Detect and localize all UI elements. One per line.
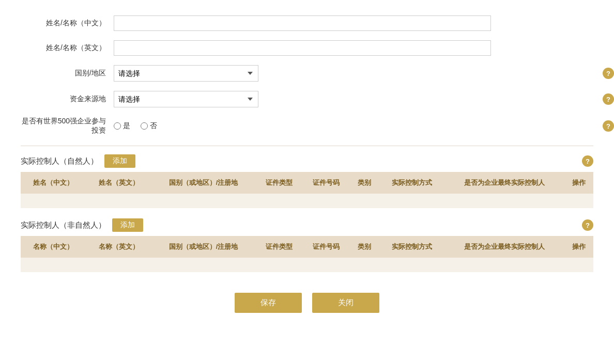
section1-empty-row <box>21 194 593 208</box>
section2-table: 名称（中文） 名称（英文） 国别（或地区）/注册地 证件类型 证件号码 类别 实… <box>21 236 593 272</box>
section1-help-icon[interactable]: ? <box>582 155 593 167</box>
col2-cert-type: 证件类型 <box>255 236 302 258</box>
col-name-en: 姓名（英文） <box>86 172 151 194</box>
col2-is-final: 是否为企业最终实际控制人 <box>444 236 564 258</box>
col2-name-en: 名称（英文） <box>86 236 151 258</box>
fortune500-yes-radio[interactable] <box>114 122 121 130</box>
col-is-final: 是否为企业最终实际控制人 <box>444 172 564 194</box>
save-button[interactable]: 保存 <box>235 293 302 313</box>
col-cert-no: 证件号码 <box>303 172 350 194</box>
col-category: 类别 <box>350 172 379 194</box>
section2-title: 实际控制人（非自然人） <box>21 220 106 230</box>
fortune500-no-option[interactable]: 否 <box>141 121 157 131</box>
name-en-label: 姓名/名称（英文） <box>21 43 114 53</box>
col2-control-method: 实际控制方式 <box>379 236 444 258</box>
col2-operation: 操作 <box>564 236 593 258</box>
section2-help-icon[interactable]: ? <box>582 219 593 231</box>
fund-source-help-icon[interactable]: ? <box>603 93 614 105</box>
country-help-icon[interactable]: ? <box>603 68 614 79</box>
fortune500-yes-label: 是 <box>123 121 130 131</box>
col-control-method: 实际控制方式 <box>379 172 444 194</box>
fortune500-help-icon[interactable]: ? <box>603 120 614 132</box>
fortune500-no-radio[interactable] <box>141 122 148 130</box>
name-cn-label: 姓名/名称（中文） <box>21 19 114 28</box>
col2-country: 国别（或地区）/注册地 <box>151 236 255 258</box>
col-operation: 操作 <box>564 172 593 194</box>
col2-category: 类别 <box>350 236 379 258</box>
fund-source-label: 资金来源地 <box>21 94 114 104</box>
fortune500-yes-option[interactable]: 是 <box>114 121 130 131</box>
footer-buttons: 保存 关闭 <box>21 293 593 313</box>
section2-empty-row <box>21 258 593 272</box>
col2-name-cn: 名称（中文） <box>21 236 86 258</box>
col-cert-type: 证件类型 <box>255 172 302 194</box>
col-name-cn: 姓名（中文） <box>21 172 86 194</box>
fund-source-select[interactable]: 请选择 <box>114 91 258 107</box>
section1-add-button[interactable]: 添加 <box>104 154 135 168</box>
name-cn-input[interactable] <box>114 15 491 31</box>
section1-table: 姓名（中文） 姓名（英文） 国别（或地区）/注册地 证件类型 证件号码 类别 实… <box>21 172 593 208</box>
country-label: 国别/地区 <box>21 69 114 78</box>
fortune500-no-label: 否 <box>150 121 157 131</box>
country-select[interactable]: 请选择 <box>114 65 258 82</box>
name-en-input[interactable] <box>114 40 491 56</box>
section1-title: 实际控制人（自然人） <box>21 156 98 166</box>
section2-add-button[interactable]: 添加 <box>112 218 143 232</box>
fortune500-radio-group: 是 否 <box>114 121 157 131</box>
fortune500-label: 是否有世界500强企业参与投资 <box>21 117 114 135</box>
col-country: 国别（或地区）/注册地 <box>151 172 255 194</box>
col2-cert-no: 证件号码 <box>303 236 350 258</box>
close-button[interactable]: 关闭 <box>312 293 379 313</box>
